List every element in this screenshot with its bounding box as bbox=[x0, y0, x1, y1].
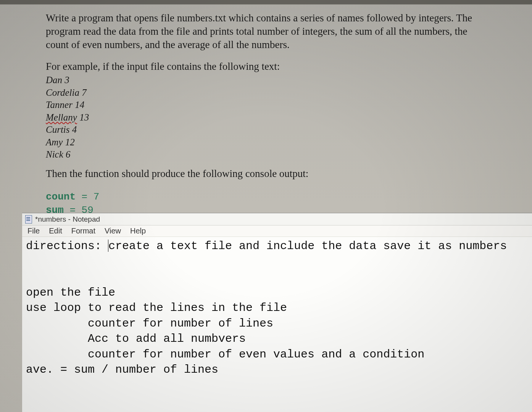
notepad-line: directions: create a text file and inclu… bbox=[26, 238, 528, 254]
notepad-line: counter for number of lines bbox=[26, 316, 528, 332]
notepad-line: use loop to read the lines in the file bbox=[26, 300, 528, 316]
expected-output-intro: Then the function should produce the fol… bbox=[46, 168, 486, 180]
console-line: count = 7 bbox=[46, 190, 486, 204]
menu-edit[interactable]: Edit bbox=[47, 226, 63, 236]
example-input-line: Curtis 4 bbox=[46, 124, 486, 136]
example-input-line: Nick 6 bbox=[46, 148, 486, 161]
notepad-icon bbox=[25, 215, 32, 224]
notepad-text-area[interactable]: directions: create a text file and inclu… bbox=[22, 237, 532, 381]
notepad-line bbox=[26, 269, 528, 285]
example-intro: For example, if the input file contains … bbox=[46, 61, 486, 72]
example-input-line: Cordelia 7 bbox=[46, 87, 486, 99]
menu-view[interactable]: View bbox=[103, 226, 123, 236]
example-input-line: Dan 3 bbox=[46, 74, 486, 87]
example-input-line: Amy 12 bbox=[46, 136, 486, 149]
example-input-block: Dan 3Cordelia 7Tanner 14Mellany 13Curtis… bbox=[46, 74, 486, 161]
notepad-menu-bar: File Edit Format View Help bbox=[22, 225, 532, 237]
notepad-line: counter for number of even values and a … bbox=[26, 347, 528, 362]
menu-format[interactable]: Format bbox=[70, 226, 97, 236]
problem-paragraph: Write a program that opens file numbers.… bbox=[46, 11, 486, 52]
notepad-line: open the file bbox=[26, 285, 528, 301]
notepad-line bbox=[26, 254, 528, 270]
window-edge bbox=[0, 0, 532, 5]
notepad-line: ave. = sum / number of lines bbox=[26, 362, 528, 378]
example-input-line: Tanner 14 bbox=[46, 99, 486, 111]
example-input-line: Mellany 13 bbox=[46, 111, 486, 124]
notepad-title: *numbers - Notepad bbox=[35, 215, 100, 224]
notepad-line: Acc to add all numbvers bbox=[26, 331, 528, 347]
notepad-title-bar[interactable]: *numbers - Notepad bbox=[22, 213, 532, 225]
menu-file[interactable]: File bbox=[26, 226, 41, 236]
menu-help[interactable]: Help bbox=[129, 226, 147, 236]
notepad-window: *numbers - Notepad File Edit Format View… bbox=[22, 213, 532, 412]
